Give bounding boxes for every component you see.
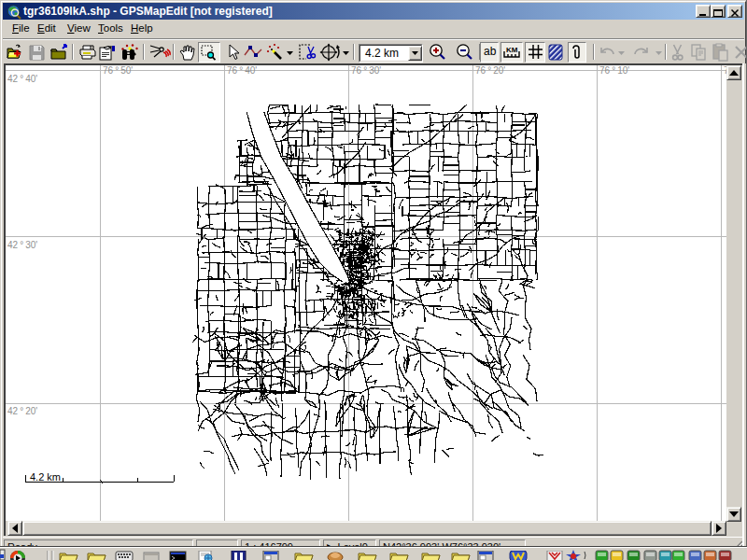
svg-text:76 ° 30': 76 ° 30' <box>351 65 381 76</box>
svg-text:76 ° 40': 76 ° 40' <box>227 65 257 76</box>
svg-text:KM: KM <box>506 46 518 54</box>
svg-text:42 ° 40': 42 ° 40' <box>7 74 37 84</box>
svg-text:76 ° 10': 76 ° 10' <box>599 65 629 76</box>
svg-text:42 ° 20': 42 ° 20' <box>7 406 37 416</box>
svg-text:4.2 km: 4.2 km <box>30 471 61 483</box>
svg-text:76 ° 50': 76 ° 50' <box>103 65 133 76</box>
svg-text:76 ° 20': 76 ° 20' <box>475 65 505 76</box>
svg-text:42 ° 30': 42 ° 30' <box>7 240 37 250</box>
